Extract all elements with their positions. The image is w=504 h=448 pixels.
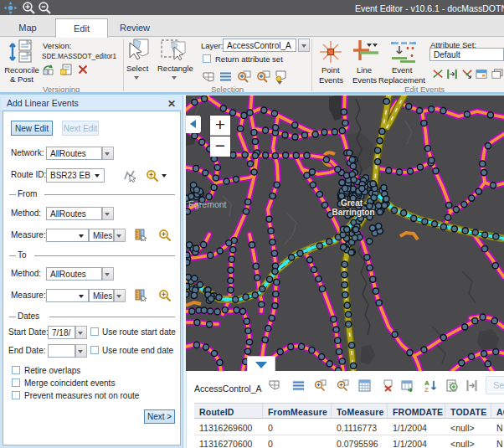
svg-text:Great: Great — [341, 198, 363, 208]
svg-text:Egremont: Egremont — [188, 199, 227, 209]
svg-text:Barrington: Barrington — [332, 208, 374, 217]
svg-text:Z: Z — [424, 386, 429, 392]
